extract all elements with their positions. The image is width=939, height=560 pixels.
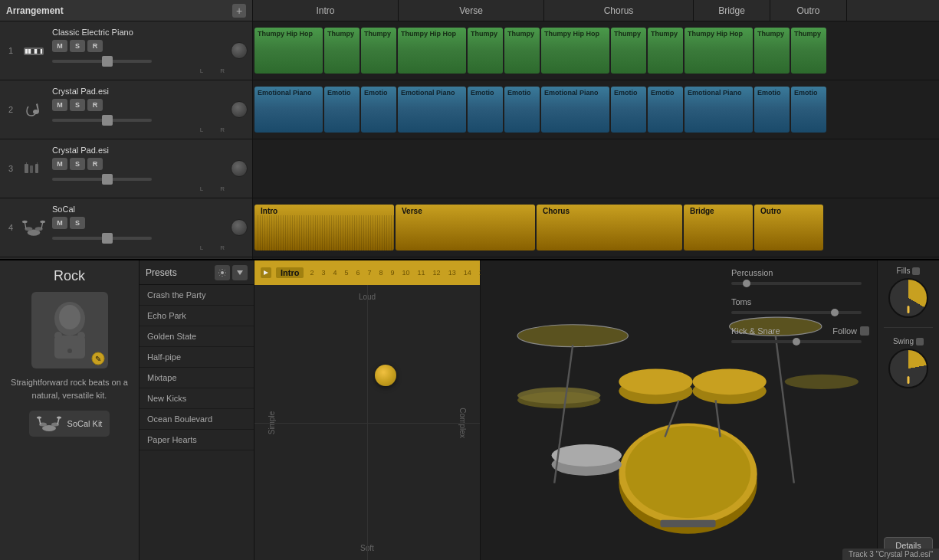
clip[interactable]: Emotio	[611, 87, 646, 133]
follow-checkbox[interactable]	[860, 326, 869, 336]
ruler-tick: 7	[368, 269, 372, 277]
section-chorus: Chorus	[544, 0, 694, 21]
swing-knob[interactable]	[888, 349, 928, 388]
clip-bridge[interactable]: Bridge	[684, 205, 753, 251]
track-fader-2[interactable]	[52, 115, 225, 126]
track-num-2: 2	[5, 105, 17, 114]
svg-point-34	[221, 271, 224, 274]
svg-rect-11	[37, 162, 38, 164]
clip[interactable]: Emotio	[361, 87, 396, 133]
clip[interactable]: Emotio	[754, 87, 790, 133]
clip[interactable]: Emotional Piano	[685, 87, 753, 133]
kick-snare-slider[interactable]	[793, 338, 800, 345]
clip-chorus[interactable]: Chorus	[537, 205, 682, 251]
clip[interactable]: Thumpy	[611, 28, 646, 74]
clip[interactable]: Thumpy Hip Hop	[398, 28, 466, 74]
clip[interactable]: Emotio	[468, 87, 503, 133]
add-track-button[interactable]: +	[232, 4, 246, 18]
ruler-tick: 2	[310, 269, 314, 277]
svg-point-40	[785, 375, 859, 389]
presets-dropdown-button[interactable]	[232, 265, 248, 280]
clip[interactable]: Emotional Piano	[541, 87, 609, 133]
preset-half-pipe[interactable]: Half-pipe	[140, 347, 254, 368]
record-button-2[interactable]: R	[87, 99, 103, 111]
mute-button-2[interactable]: M	[52, 99, 67, 111]
clip[interactable]: Emotio	[504, 87, 540, 133]
percussion-slider[interactable]	[743, 280, 750, 287]
preset-echo-park[interactable]: Echo Park	[140, 306, 254, 326]
preset-mixtape[interactable]: Mixtape	[140, 368, 254, 388]
track-info-3: Crystal Pad.esi M S R L R	[52, 146, 225, 192]
svg-point-33	[57, 417, 61, 419]
preset-ocean-boulevard[interactable]: Ocean Boulevard	[140, 409, 254, 430]
clip[interactable]: Thumpy Hip Hop	[541, 28, 609, 74]
svg-rect-7	[25, 164, 28, 173]
track-fader-1[interactable]	[52, 56, 225, 67]
fills-checkbox[interactable]	[912, 267, 920, 275]
clip[interactable]: Thumpy	[324, 28, 360, 74]
clip[interactable]: Thumpy	[468, 28, 503, 74]
track-lane-4: Intro Verse Chorus Bridge	[253, 198, 939, 257]
clip[interactable]: Thumpy	[361, 28, 396, 74]
track-knob-2[interactable]	[231, 101, 248, 118]
clip[interactable]: Thumpy Hip Hop	[685, 28, 753, 74]
xy-dot[interactable]	[375, 365, 396, 386]
svg-rect-56	[660, 520, 715, 528]
preset-crash-party[interactable]: Crash the Party	[140, 285, 254, 306]
record-button-3[interactable]: R	[87, 158, 103, 170]
track-info-4: SoCal M S L R	[52, 205, 225, 251]
svg-line-31	[57, 418, 59, 424]
solo-button-1[interactable]: S	[70, 40, 85, 52]
track-knob-1[interactable]	[231, 42, 248, 59]
arrangement-title: Arrangement	[6, 5, 64, 16]
presets-gear-button[interactable]	[215, 265, 230, 280]
tracks-area: Thumpy Hip Hop Thumpy Thumpy Thumpy Hip …	[253, 21, 939, 259]
clip[interactable]: Emotional Piano	[398, 87, 466, 133]
track-controls-4: M S	[52, 217, 225, 229]
track-knob-3[interactable]	[231, 160, 248, 177]
solo-button-3[interactable]: S	[70, 158, 85, 170]
clip[interactable]: Thumpy	[791, 28, 826, 74]
kit-button[interactable]: SoCal Kit	[29, 411, 110, 437]
mute-button-3[interactable]: M	[52, 158, 67, 170]
swing-checkbox[interactable]	[916, 338, 924, 345]
presets-title: Presets	[146, 267, 177, 278]
clip[interactable]: Emotio	[324, 87, 360, 133]
track-knob-4[interactable]	[231, 219, 248, 236]
preset-new-kicks[interactable]: New Kicks	[140, 388, 254, 409]
clip[interactable]: Thumpy	[504, 28, 540, 74]
track-fader-3[interactable]	[52, 174, 225, 185]
clip[interactable]: Emotional Piano	[254, 87, 323, 133]
fills-knob[interactable]	[888, 278, 928, 318]
clip[interactable]: Thumpy	[648, 28, 683, 74]
clip[interactable]: Emotio	[648, 87, 683, 133]
track-row-2: 2 Crystal Pad.esi M S R L R	[0, 80, 252, 139]
mute-button-4[interactable]: M	[52, 217, 67, 229]
track-icon-4	[20, 214, 48, 241]
section-bridge: Bridge	[694, 0, 770, 21]
ruler-tick: 9	[391, 269, 395, 277]
record-button-1[interactable]: R	[87, 40, 103, 52]
preset-paper-hearts[interactable]: Paper Hearts	[140, 430, 254, 450]
solo-button-4[interactable]: S	[70, 217, 85, 229]
xy-pad[interactable]: Loud Soft Simple Complex	[254, 285, 480, 560]
kit-label: SoCal Kit	[67, 419, 103, 428]
clip-outro[interactable]: Outro	[754, 205, 823, 251]
swing-label: Swing	[893, 337, 914, 345]
play-icon[interactable]	[261, 267, 271, 278]
svg-rect-4	[34, 49, 37, 54]
track-fader-4[interactable]	[52, 233, 225, 244]
clip[interactable]: Emotio	[791, 87, 826, 133]
clip[interactable]: Thumpy	[754, 28, 790, 74]
svg-point-17	[22, 221, 28, 223]
bottom-section: Rock ✎ Straightforward rock beats on a n…	[0, 260, 939, 560]
clip-verse[interactable]: Verse	[396, 205, 535, 251]
solo-button-2[interactable]: S	[70, 99, 85, 111]
preset-golden-state[interactable]: Golden State	[140, 326, 254, 347]
clip-intro[interactable]: Intro	[254, 205, 394, 251]
toms-slider[interactable]	[831, 309, 839, 316]
clip[interactable]: Thumpy Hip Hop	[254, 28, 323, 74]
mute-button-1[interactable]: M	[52, 40, 67, 52]
divider	[884, 327, 933, 328]
svg-point-24	[67, 349, 72, 353]
